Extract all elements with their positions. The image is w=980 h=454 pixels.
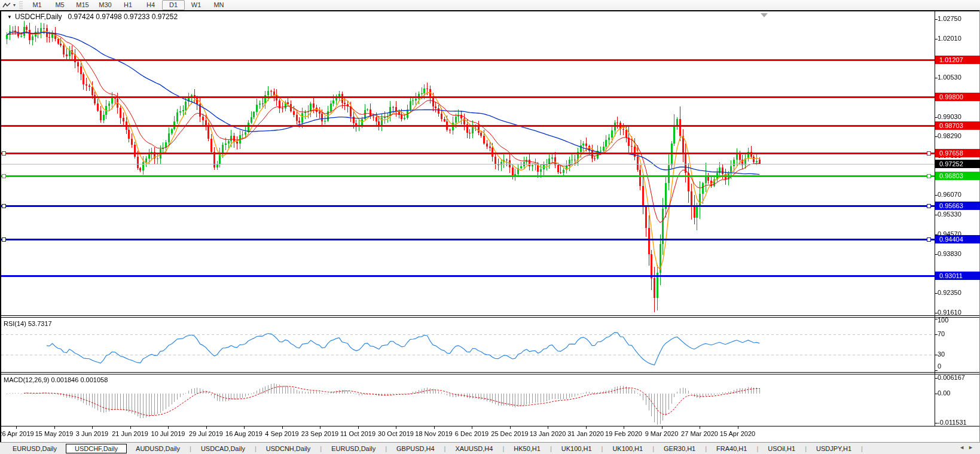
price-tick-label: 0.92350 xyxy=(938,289,979,296)
chart-tabs: EURUSD,DailyUSDCHF,DailyAUDUSD,Daily|USD… xyxy=(4,444,863,453)
line-style-icon[interactable] xyxy=(2,2,11,9)
tab-scroll-left-icon[interactable]: ◄ xyxy=(959,444,968,450)
chart-tab-12[interactable]: FRA40,H1 xyxy=(707,444,756,453)
timeframe-button-m1[interactable]: M1 xyxy=(26,0,48,10)
chart-tab-11[interactable]: GER30,H1 xyxy=(655,444,704,453)
hline-drag-handle[interactable] xyxy=(927,174,931,178)
symbol-label: USDCHF,Daily xyxy=(15,13,62,21)
chart-shift-marker[interactable] xyxy=(761,13,768,17)
chart-tab-5[interactable]: EURUSD,Daily xyxy=(322,444,384,453)
hline-drag-handle[interactable] xyxy=(927,204,931,208)
chevron-down-icon[interactable]: ▾ xyxy=(13,2,16,8)
mt4-window: { "toolbar": { "tools_icon": "line-style… xyxy=(0,0,980,454)
timeframe-button-m30[interactable]: M30 xyxy=(94,0,117,10)
timeframe-button-h4[interactable]: H4 xyxy=(139,0,162,10)
hline-drag-handle[interactable] xyxy=(2,237,6,242)
timeframe-toolbar: ▾ M1M5M15M30H1H4D1W1MN xyxy=(0,0,980,10)
hline-drag-handle[interactable] xyxy=(927,237,931,242)
price-tick-label: 0.91610 xyxy=(938,309,979,316)
ohlc-values: 0.97424 0.97498 0.97233 0.97252 xyxy=(68,13,178,21)
date-tick-label: 15 Apr 2020 xyxy=(714,430,762,437)
macd-axis-label: 0.006167 xyxy=(938,374,979,381)
timeframe-button-m15[interactable]: M15 xyxy=(71,0,94,10)
chart-tab-4[interactable]: USDCNH,Daily xyxy=(257,444,320,453)
chart-tab-6[interactable]: GBPUSD,H4 xyxy=(387,444,444,453)
price-tick-label: 0.98290 xyxy=(938,132,979,139)
hline-drag-handle[interactable] xyxy=(2,174,6,178)
price-tick-label: 1.02750 xyxy=(938,15,979,22)
price-tick-label: 1.02010 xyxy=(938,35,979,42)
symbol-dropdown-caret[interactable]: ▼ xyxy=(7,14,12,20)
macd-indicator-label: MACD(12,26,9) 0.001846 0.001058 xyxy=(4,376,108,383)
chart-tab-0[interactable]: EURUSD,Daily xyxy=(4,444,66,453)
price-level-badge: 0.93011 xyxy=(935,272,980,280)
timeframe-button-mn[interactable]: MN xyxy=(207,0,230,10)
price-level-badge: 0.97658 xyxy=(935,149,980,157)
price-tick-label: 1.00530 xyxy=(938,74,979,81)
price-level-badge: 0.94404 xyxy=(935,235,980,243)
rsi-axis-label: 100 xyxy=(938,316,979,324)
tab-scroll-right-icon[interactable]: ► xyxy=(968,444,977,450)
hline-drag-handle[interactable] xyxy=(2,151,6,156)
timeframe-buttons: M1M5M15M30H1H4D1W1MN xyxy=(26,0,230,10)
tab-separator: | xyxy=(860,445,863,452)
chart-tab-8[interactable]: HK50,H1 xyxy=(505,444,549,453)
price-tick-label: 0.93830 xyxy=(938,250,979,257)
rsi-axis-label: 0 xyxy=(938,362,979,370)
chart-tab-2[interactable]: AUDUSD,Daily xyxy=(127,444,189,453)
timeframe-button-m5[interactable]: M5 xyxy=(48,0,71,10)
rsi-indicator-label: RSI(14) 53.7317 xyxy=(4,320,52,327)
macd-axis-label: 0.00 xyxy=(938,389,979,397)
price-level-badge: 1.01207 xyxy=(935,56,980,64)
price-level-badge: 0.95663 xyxy=(935,202,980,210)
tab-scroll-arrows: ◄► xyxy=(959,444,977,450)
chart-canvas[interactable] xyxy=(0,0,980,454)
toolbar-grip xyxy=(19,1,23,9)
timeframe-button-h1[interactable]: H1 xyxy=(117,0,139,10)
chart-tab-3[interactable]: USDCAD,Daily xyxy=(192,444,254,453)
hline-drag-handle[interactable] xyxy=(927,151,931,156)
price-tick-label: 0.99030 xyxy=(938,113,979,120)
chart-tab-1[interactable]: USDCHF,Daily xyxy=(66,444,127,453)
chart-tab-bar: EURUSD,DailyUSDCHF,DailyAUDUSD,Daily|USD… xyxy=(0,442,980,454)
price-level-badge: 0.99800 xyxy=(935,93,980,101)
chart-title: ▼USDCHF,Daily0.97424 0.97498 0.97233 0.9… xyxy=(7,13,178,21)
timeframe-button-w1[interactable]: W1 xyxy=(185,0,207,10)
chart-tab-7[interactable]: XAUUSD,H4 xyxy=(446,444,502,453)
macd-axis-label: -0.011531 xyxy=(938,419,979,426)
chart-tab-9[interactable]: UK100,H1 xyxy=(552,444,601,453)
chart-tab-13[interactable]: USOil,H1 xyxy=(759,444,804,453)
chart-tab-10[interactable]: UK100,H1 xyxy=(603,444,652,453)
hline-drag-handle[interactable] xyxy=(2,204,6,208)
price-level-badge: 0.98703 xyxy=(935,121,980,130)
rsi-axis-label: 70 xyxy=(938,330,979,337)
price-tick-label: 0.95330 xyxy=(938,211,979,218)
rsi-axis-label: 30 xyxy=(938,351,979,358)
chart-tab-14[interactable]: USDJPY,H1 xyxy=(807,444,860,453)
current-price-badge: 0.97252 xyxy=(935,160,980,168)
price-level-badge: 0.96803 xyxy=(935,172,980,180)
price-tick-label: 0.96070 xyxy=(938,191,979,198)
timeframe-button-d1[interactable]: D1 xyxy=(162,0,185,10)
